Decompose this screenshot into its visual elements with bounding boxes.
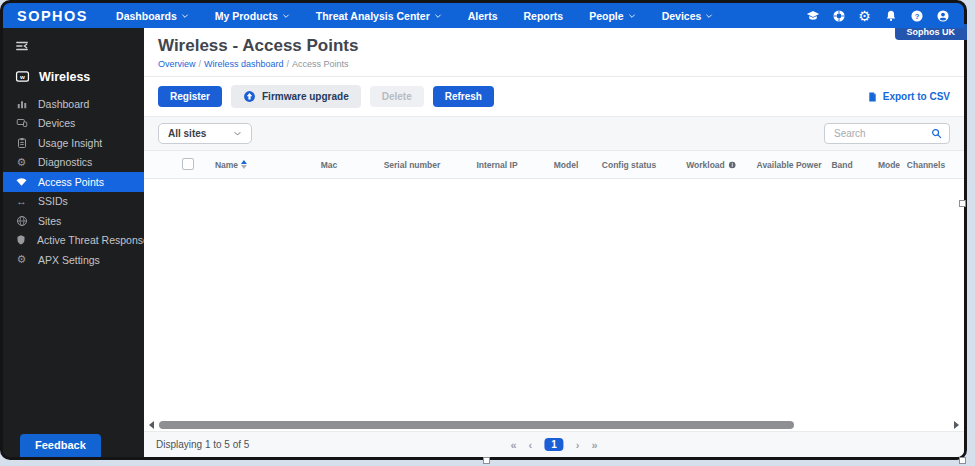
help-icon[interactable]: ? (909, 8, 924, 23)
sidebar: w Wireless DashboardDevicesUsage Insight… (3, 28, 144, 457)
column-header-band[interactable]: Band (831, 160, 852, 170)
upload-circle-icon (243, 90, 256, 103)
selection-handle[interactable] (483, 457, 490, 464)
sophos-logo[interactable]: SOPHOS (17, 8, 88, 24)
sidebar-item-usage-insight[interactable]: Usage Insight (3, 133, 144, 153)
search-input[interactable] (832, 127, 931, 140)
column-label: Mac (321, 160, 338, 170)
column-header-serial-number[interactable]: Serial number (384, 160, 441, 170)
breadcrumb-item[interactable]: Wireless dashboard (204, 59, 284, 69)
file-icon (867, 91, 878, 103)
pagination-prev-button[interactable]: ‹ (529, 439, 533, 451)
lifebuoy-icon[interactable] (831, 8, 846, 23)
column-header-model[interactable]: Model (554, 160, 579, 170)
column-label: Config status (602, 160, 656, 170)
sidebar-item-diagnostics[interactable]: ⚙Diagnostics (3, 153, 144, 173)
horizontal-scrollbar (144, 418, 964, 431)
svg-text:?: ? (914, 11, 919, 20)
scroll-right-arrow[interactable] (954, 421, 959, 429)
scroll-left-arrow[interactable] (149, 421, 154, 429)
column-header-internal-ip[interactable]: Internal IP (476, 160, 517, 170)
chevron-down-icon (282, 12, 290, 20)
column-header-workload[interactable]: Workload (686, 160, 736, 170)
pagination-next-button[interactable]: › (576, 439, 580, 451)
arrows-icon: ↔ (15, 196, 28, 207)
product-title: Wireless (39, 70, 90, 84)
chevron-down-icon (705, 12, 713, 20)
sidebar-item-devices[interactable]: Devices (3, 114, 144, 134)
column-header-available-power[interactable]: Available Power (757, 160, 822, 170)
account-icon[interactable] (935, 8, 950, 23)
column-header-mode[interactable]: Mode (878, 160, 900, 170)
nav-item-people[interactable]: People (589, 10, 635, 22)
breadcrumb-separator: / (199, 59, 202, 69)
shield-icon (15, 234, 27, 246)
column-header-config-status[interactable]: Config status (602, 160, 656, 170)
displaying-count: Displaying 1 to 5 of 5 (156, 439, 249, 450)
sidebar-item-apx-settings[interactable]: ⚙APX Settings (3, 250, 144, 270)
column-header-mac[interactable]: Mac (321, 160, 338, 170)
nav-item-label: My Products (215, 10, 278, 22)
breadcrumb-item[interactable]: Overview (158, 59, 196, 69)
sidebar-item-access-points[interactable]: Access Points (3, 172, 144, 192)
nav-item-label: Alerts (468, 10, 498, 22)
scrollbar-thumb[interactable] (159, 421, 794, 429)
column-header-name[interactable]: Name (215, 160, 247, 170)
page-header: Wireless - Access Points Overview/Wirele… (144, 28, 964, 77)
pagination-current-page[interactable]: 1 (544, 438, 564, 451)
nav-item-label: Devices (662, 10, 702, 22)
column-header-channels[interactable]: Channels (907, 160, 945, 170)
chevron-down-icon (628, 12, 636, 20)
sidebar-collapse-icon[interactable] (3, 34, 43, 65)
pagination-last-button[interactable]: » (591, 439, 597, 451)
sort-icon[interactable] (241, 160, 247, 169)
clipboard-icon (15, 137, 28, 149)
firmware-upgrade-label: Firmware upgrade (262, 91, 349, 102)
column-label: Serial number (384, 160, 441, 170)
site-selector[interactable]: All sites (158, 123, 252, 144)
nav-item-alerts[interactable]: Alerts (468, 10, 498, 22)
nav-item-threat-analysis-center[interactable]: Threat Analysis Center (316, 10, 442, 22)
wifi-icon (15, 175, 28, 188)
nav-item-label: Dashboards (116, 10, 177, 22)
scrollbar-track[interactable] (157, 421, 951, 429)
column-label: Available Power (757, 160, 822, 170)
action-toolbar: Register Firmware upgrade Delete Refresh (144, 77, 964, 117)
selection-handle[interactable] (959, 200, 966, 207)
sidebar-item-dashboard[interactable]: Dashboard (3, 94, 144, 114)
info-icon[interactable] (728, 161, 736, 169)
gear-icon: ⚙ (15, 157, 28, 168)
column-label: Workload (686, 160, 725, 170)
register-button[interactable]: Register (158, 86, 222, 107)
sidebar-item-active-threat-response[interactable]: Active Threat Response (3, 231, 144, 251)
select-all-checkbox[interactable] (182, 158, 194, 170)
sidebar-item-sites[interactable]: Sites (3, 211, 144, 231)
nav-menu: DashboardsMy ProductsThreat Analysis Cen… (116, 10, 713, 22)
gear-icon: ⚙ (15, 254, 28, 265)
column-label: Band (831, 160, 852, 170)
sidebar-item-label: Usage Insight (38, 137, 102, 149)
table-header-row: NameMacSerial numberInternal IPModelConf… (144, 151, 964, 179)
breadcrumb: Overview/Wireless dashboard/Access Point… (158, 59, 950, 69)
sidebar-product-header: w Wireless (3, 65, 144, 94)
table-footer: Displaying 1 to 5 of 5 « ‹ 1 › » (144, 431, 964, 457)
chevron-down-icon (233, 129, 242, 138)
nav-item-reports[interactable]: Reports (524, 10, 564, 22)
pagination-first-button[interactable]: « (510, 439, 516, 451)
nav-item-devices[interactable]: Devices (662, 10, 714, 22)
export-csv-link[interactable]: Export to CSV (867, 91, 950, 103)
nav-item-my-products[interactable]: My Products (215, 10, 290, 22)
gear-icon[interactable]: ⚙ (857, 8, 872, 23)
feedback-button[interactable]: Feedback (20, 434, 101, 457)
graduation-cap-icon[interactable] (805, 8, 820, 23)
refresh-button[interactable]: Refresh (433, 86, 494, 107)
bell-icon[interactable] (883, 8, 898, 23)
search-icon[interactable] (931, 128, 942, 139)
firmware-upgrade-button[interactable]: Firmware upgrade (231, 85, 361, 108)
sidebar-item-ssids[interactable]: ↔SSIDs (3, 192, 144, 212)
delete-button[interactable]: Delete (370, 86, 424, 107)
table-empty-body (144, 179, 964, 418)
sidebar-item-label: SSIDs (38, 195, 68, 207)
selection-handle[interactable] (959, 457, 966, 464)
nav-item-dashboards[interactable]: Dashboards (116, 10, 189, 22)
